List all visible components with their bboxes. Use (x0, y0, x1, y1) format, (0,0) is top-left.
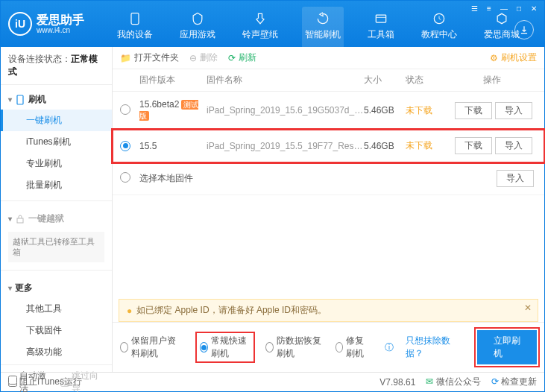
col-size: 大小 (364, 74, 406, 86)
menu-icon[interactable]: ≡ (483, 2, 495, 14)
chevron-down-icon: ▾ (8, 284, 12, 292)
minimize-icon[interactable]: — (498, 2, 510, 14)
sidebar-item-advanced[interactable]: 高级功能 (1, 341, 112, 363)
nav-5[interactable]: 教程中心 (418, 7, 460, 47)
info-icon[interactable]: ⓘ (385, 341, 394, 354)
sidebar-item-itunes[interactable]: iTunes刷机 (1, 131, 112, 153)
mode-repair[interactable]: 修复刷机 (335, 335, 373, 360)
delete-label: 删除 (200, 51, 218, 64)
wechat-link[interactable]: ✉ 微信公众号 (426, 376, 480, 388)
toolbar: 📁打开文件夹 ⊖删除 ⟳刷新 ⚙刷机设置 (113, 47, 544, 69)
maximize-icon[interactable]: □ (513, 2, 525, 14)
nav-1[interactable]: 应用游戏 (177, 7, 218, 47)
wechat-icon: ✉ (426, 376, 433, 387)
sidebar-item-pro[interactable]: 专业刷机 (1, 153, 112, 174)
chevron-down-icon: ▾ (8, 215, 12, 223)
open-folder-button[interactable]: 📁打开文件夹 (120, 51, 179, 64)
download-manager-icon[interactable] (514, 20, 534, 39)
nav-label: 工具箱 (368, 28, 394, 41)
row-filename: iPad_Spring_2019_15.6_19G5037d_Restore.i… (207, 105, 364, 116)
nav-4[interactable]: 工具箱 (365, 7, 397, 47)
wechat-label: 微信公众号 (436, 376, 481, 387)
sidebar-group-jailbreak[interactable]: ▾一键越狱 (1, 209, 112, 229)
radio-icon (265, 342, 274, 353)
download-button[interactable]: 下载 (455, 102, 492, 119)
close-warning-icon[interactable]: ✕ (524, 303, 532, 313)
nav-icon (432, 11, 447, 26)
radio-icon (120, 342, 128, 353)
lock-icon (15, 214, 25, 224)
settings-icon[interactable]: ☰ (468, 2, 480, 14)
top-nav: 我的设备应用游戏铃声壁纸智能刷机工具箱教程中心爱思商城 (114, 1, 523, 47)
sidebar-item-other[interactable]: 其他工具 (1, 298, 112, 320)
conn-label: 设备连接状态： (8, 54, 71, 64)
mode-label: 防数据恢复刷机 (277, 335, 324, 360)
col-version: 固件版本 (139, 74, 207, 86)
main-panel: 📁打开文件夹 ⊖删除 ⟳刷新 ⚙刷机设置 固件版本 固件名称 大小 状态 操作 … (113, 47, 544, 372)
local-firmware-label: 选择本地固件 (139, 172, 447, 185)
mode-label: 保留用户资料刷机 (131, 335, 185, 360)
row-filename: iPad_Spring_2019_15.5_19F77_Restore.ipsw (207, 141, 364, 151)
mode-normal[interactable]: 常规快速刷机 (197, 333, 253, 361)
check-update-label: 检查更新 (501, 376, 537, 387)
brand-name: 爱思助手 (37, 13, 84, 27)
col-status: 状态 (406, 74, 447, 86)
block-itunes-label: 阻止iTunes运行 (19, 376, 82, 387)
chevron-down-icon: ▾ (8, 95, 12, 104)
firmware-row[interactable]: 15.6beta2测试版iPad_Spring_2019_15.6_19G503… (113, 92, 544, 130)
refresh-button[interactable]: ⟳刷新 (228, 51, 256, 64)
beta-tag: 测试版 (139, 100, 198, 121)
row-version: 15.5 (139, 141, 207, 151)
sidebar-group-flash[interactable]: ▾刷机 (1, 89, 112, 110)
flash-settings-button[interactable]: ⚙刷机设置 (490, 51, 537, 64)
row-status: 未下载 (406, 104, 447, 117)
nav-label: 铃声壁纸 (242, 28, 278, 41)
brand-site: www.i4.cn (37, 26, 84, 34)
close-icon[interactable]: ✕ (528, 2, 540, 14)
block-itunes-checkbox[interactable]: 阻止iTunes运行 (8, 376, 82, 388)
nav-label: 我的设备 (117, 28, 153, 41)
import-button[interactable]: 导入 (497, 170, 534, 187)
col-name: 固件名称 (207, 74, 364, 86)
table-header: 固件版本 固件名称 大小 状态 操作 (113, 69, 544, 92)
nav-icon (253, 11, 268, 26)
mode-keep-data[interactable]: 保留用户资料刷机 (120, 335, 185, 360)
nav-icon (190, 11, 205, 26)
nav-3[interactable]: 智能刷机 (302, 7, 344, 47)
nav-0[interactable]: 我的设备 (114, 7, 156, 47)
sidebar-item-oneclick[interactable]: 一键刷机 (1, 110, 112, 131)
nav-icon (374, 11, 388, 26)
radio-icon[interactable] (120, 141, 130, 151)
radio-icon[interactable] (120, 104, 130, 115)
warning-icon: ● (127, 306, 132, 316)
sidebar-item-batch[interactable]: 批量刷机 (1, 174, 112, 196)
logo-icon: iU (8, 12, 32, 36)
refresh-icon: ⟳ (228, 53, 236, 63)
radio-icon[interactable] (120, 172, 130, 183)
flash-now-button[interactable]: 立即刷机 (477, 330, 537, 364)
jailbreak-note: 越狱工具已转移至工具箱 (8, 232, 104, 262)
mode-anti-recovery[interactable]: 防数据恢复刷机 (265, 335, 324, 360)
nav-2[interactable]: 铃声壁纸 (239, 7, 281, 47)
sidebar-group-more[interactable]: ▾更多 (1, 278, 112, 298)
local-firmware-row[interactable]: 选择本地固件 导入 (113, 162, 544, 195)
folder-icon: 📁 (120, 53, 131, 63)
svg-rect-3 (17, 95, 23, 104)
warning-bar: ● 如已绑定 Apple ID，请准备好 Apple ID和密码。 ✕ (119, 299, 538, 322)
sidebar-item-download[interactable]: 下载固件 (1, 320, 112, 341)
svg-rect-1 (376, 15, 385, 22)
import-button[interactable]: 导入 (495, 102, 532, 119)
refresh-label: 刷新 (239, 51, 256, 64)
update-icon: ⟳ (491, 376, 499, 387)
phone-icon (15, 95, 25, 105)
erase-only-link[interactable]: 只想抹除数据？ (406, 335, 453, 360)
firmware-row[interactable]: 15.5iPad_Spring_2019_15.5_19F77_Restore.… (113, 130, 544, 162)
delete-button[interactable]: ⊖删除 (189, 51, 218, 64)
connection-status: 设备连接状态：正常模式 (1, 47, 112, 85)
nav-icon (315, 11, 330, 26)
download-button[interactable]: 下载 (455, 137, 492, 154)
nav-label: 教程中心 (421, 28, 457, 41)
row-size: 5.46GB (364, 105, 406, 116)
check-update-link[interactable]: ⟳ 检查更新 (491, 376, 537, 388)
import-button[interactable]: 导入 (495, 137, 532, 154)
